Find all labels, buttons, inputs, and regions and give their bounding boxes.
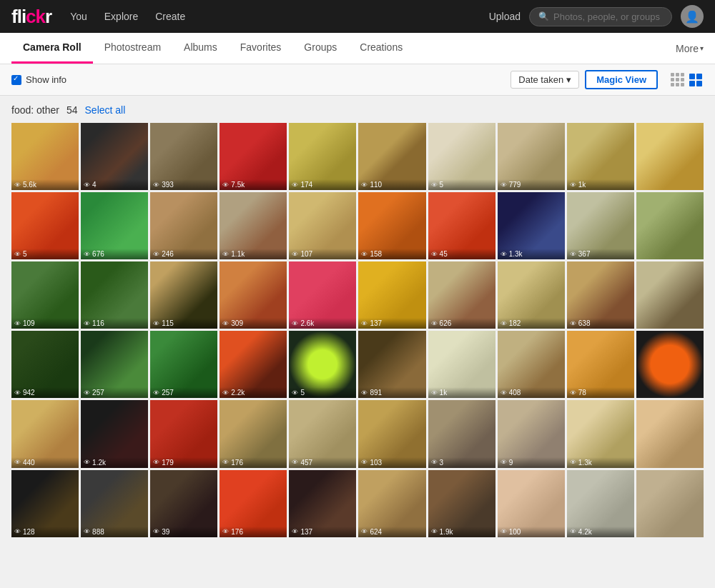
photo-item[interactable]: 👁5 [289,331,356,398]
photo-item[interactable]: 👁309 [220,261,287,329]
show-info-toggle[interactable]: Show info [11,74,66,85]
select-all-link[interactable]: Select all [85,104,126,116]
date-taken-dropdown[interactable]: Date taken ▾ [511,71,579,89]
chevron-down-icon: ▾ [700,44,704,52]
photo-item[interactable]: 👁103 [358,400,425,467]
photo-item[interactable]: 👁246 [150,192,217,259]
photo-item[interactable]: 👁779 [498,123,565,190]
photo-item[interactable] [636,470,704,537]
view-count: 5 [23,250,27,258]
photo-item[interactable]: 👁176 [220,470,287,537]
photo-item[interactable]: 👁457 [289,400,356,467]
photo-item[interactable]: 👁137 [289,470,356,537]
photo-item[interactable]: 👁1.3k [498,192,565,259]
magic-view-button[interactable]: Magic View [585,70,658,89]
photo-item[interactable]: 👁182 [498,261,565,329]
photo-item[interactable]: 👁39 [150,470,217,537]
photo-item[interactable]: 👁116 [81,261,148,329]
photo-item[interactable]: 👁942 [11,331,79,398]
photo-item[interactable]: 👁1k [567,123,634,190]
photo-item[interactable]: 👁9 [498,400,565,467]
photo-item[interactable]: 👁78 [567,331,634,398]
view-mode-icons [669,72,704,88]
photo-item[interactable]: 👁100 [498,470,565,537]
photo-item[interactable]: 👁367 [567,192,634,259]
tab-groups[interactable]: Groups [292,33,348,64]
photo-item[interactable]: 👁676 [81,192,148,259]
photo-item[interactable] [636,192,704,259]
eye-icon: 👁 [570,459,576,466]
photo-item[interactable]: 👁257 [150,331,217,398]
photo-item[interactable] [636,400,704,467]
photo-item[interactable]: 👁2.6k [289,261,356,329]
photo-item[interactable]: 👁137 [358,261,425,329]
view-count: 626 [440,319,452,327]
photo-item[interactable]: 👁7.5k [220,123,287,190]
show-info-checkbox[interactable] [11,75,21,85]
photo-item[interactable]: 👁5 [11,192,79,259]
grid-dots [671,73,684,86]
nav-you[interactable]: You [63,6,94,26]
more-menu[interactable]: More ▾ [676,43,704,54]
search-input[interactable] [553,11,668,22]
upload-button[interactable]: Upload [489,11,521,22]
photo-item[interactable]: 👁1.3k [567,400,634,467]
tab-favorites[interactable]: Favorites [229,33,293,64]
section-header: food: other 54 Select all [11,104,704,116]
grid-large-icon[interactable] [688,72,704,88]
photo-item[interactable]: 👁179 [150,400,217,467]
flickr-logo[interactable]: flickr [11,6,51,28]
photo-item[interactable]: 👁257 [81,331,148,398]
photo-item[interactable] [636,123,704,190]
nav-create[interactable]: Create [148,6,192,26]
avatar-icon: 👤 [685,10,699,24]
view-count: 39 [162,528,169,536]
photo-item[interactable]: 👁107 [289,192,356,259]
photo-item[interactable]: 👁624 [358,470,425,537]
photo-item[interactable]: 👁4 [81,123,148,190]
photo-item[interactable]: 👁408 [498,331,565,398]
photo-item[interactable]: 👁2.2k [220,331,287,398]
tab-camera-roll[interactable]: Camera Roll [11,33,93,64]
photo-overlay: 👁158 [358,249,425,259]
photo-item[interactable]: 👁440 [11,400,79,467]
photo-item[interactable]: 👁393 [150,123,217,190]
photo-item[interactable]: 👁45 [428,192,495,259]
search-box[interactable]: 🔍 [529,7,672,26]
photo-item[interactable]: 👁1.1k [220,192,287,259]
photo-overlay: 👁1k [428,387,495,398]
photo-item[interactable]: 👁115 [150,261,217,329]
photo-item[interactable]: 👁5 [428,123,495,190]
photo-item[interactable]: 👁1.9k [428,470,495,537]
grid-small-icon[interactable] [669,72,685,88]
tab-creations[interactable]: Creations [348,33,414,64]
eye-icon: 👁 [431,181,438,189]
photo-item[interactable]: 👁109 [11,261,79,329]
photo-overlay: 👁182 [498,318,565,329]
nav-explore[interactable]: Explore [97,6,145,26]
photo-item[interactable]: 👁158 [358,192,425,259]
tab-albums[interactable]: Albums [172,33,229,64]
photo-item[interactable]: 👁174 [289,123,356,190]
photo-item[interactable] [636,261,704,329]
photo-item[interactable]: 👁888 [81,470,148,537]
eye-icon: 👁 [222,459,229,466]
photo-overlay: 👁1.2k [81,457,148,468]
photo-item[interactable]: 👁1.2k [81,400,148,467]
photo-item[interactable]: 👁1k [428,331,495,398]
photo-item[interactable]: 👁176 [220,400,287,467]
avatar[interactable]: 👤 [681,5,704,28]
photo-item[interactable] [636,331,704,398]
photo-item[interactable]: 👁638 [567,261,634,329]
photo-item[interactable]: 👁891 [358,331,425,398]
photo-item[interactable]: 👁626 [428,261,495,329]
photo-item[interactable]: 👁3 [428,400,495,467]
eye-icon: 👁 [222,251,229,258]
tab-photostream[interactable]: Photostream [93,33,172,64]
photo-item[interactable]: 👁4.2k [567,470,634,537]
photo-item[interactable]: 👁110 [358,123,425,190]
photo-overlay: 👁4 [81,179,148,190]
photo-item[interactable]: 👁5.6k [11,123,79,190]
photo-item[interactable]: 👁128 [11,470,79,537]
photo-overlay: 👁1.9k [428,527,495,537]
